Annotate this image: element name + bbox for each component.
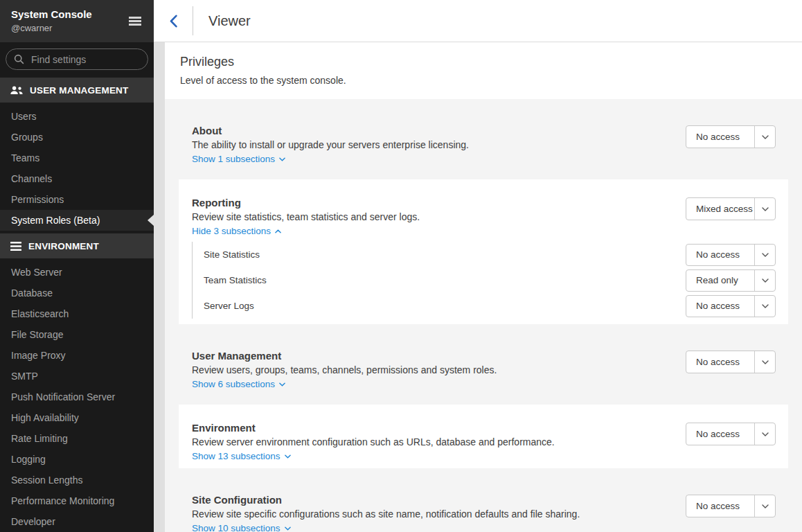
sidebar-header: System Console @cwarner [0,0,154,42]
search-container [0,42,154,78]
section-title: Environment [192,421,555,434]
privileges-intro: Privileges Level of access to the system… [165,42,802,99]
menu-icon[interactable] [129,17,141,26]
section-title: User Management [192,349,497,362]
sidebar-items-user-management: Users Groups Teams Channels Permissions … [0,103,154,233]
chevron-down-icon [754,198,775,220]
chevron-down-icon [754,245,775,265]
access-dropdown[interactable]: No access [686,351,776,373]
section-heading: Privileges [180,53,787,70]
access-value: No access [686,495,754,517]
app-title: System Console [11,8,143,21]
privileges-card: Privileges Level of access to the system… [165,42,802,532]
sidebar-section-user-management: USER MANAGEMENT [0,78,154,103]
sidebar-item-image-proxy[interactable]: Image Proxy [0,345,154,366]
environment-icon [10,242,21,251]
access-value: Read only [686,270,754,291]
sidebar-item-channels[interactable]: Channels [0,168,154,189]
subsection-row-server-logs: Server Logs No access [193,293,776,319]
subsections-toggle[interactable]: Hide 3 subsections [192,225,281,238]
chevron-down-icon [754,270,775,291]
sidebar-item-push-notification-server[interactable]: Push Notification Server [0,387,154,407]
main-body: Privileges Level of access to the system… [154,42,802,532]
subsections-toggle[interactable]: Show 1 subsections [192,153,285,166]
chevron-down-icon [754,296,775,317]
access-dropdown[interactable]: Read only [686,269,776,292]
sidebar-item-performance-monitoring[interactable]: Performance Monitoring [0,490,154,511]
chevron-down-icon [754,351,775,373]
chevron-down-icon [285,454,291,459]
sidebar-section-label: USER MANAGEMENT [30,85,129,96]
access-dropdown[interactable]: No access [686,295,776,317]
page-header: Viewer [154,0,802,42]
section-description: Review server environment configuration … [192,436,555,449]
privileges-rows: About The ability to install or upgrade … [165,99,802,532]
sidebar-item-permissions[interactable]: Permissions [0,189,154,210]
privilege-section-reporting: Reporting Review site statistics, team s… [179,179,788,324]
sidebar-item-web-server[interactable]: Web Server [0,262,154,283]
access-value: No access [686,126,754,148]
chevron-down-icon [754,423,775,445]
subsection-row-site-statistics: Site Statistics No access [193,242,776,267]
chevron-left-icon [170,15,177,28]
access-dropdown[interactable]: No access [686,423,776,445]
section-title: Reporting [192,196,420,209]
access-dropdown[interactable]: No access [686,495,776,517]
chevron-down-icon [754,495,775,517]
subsection-row-team-statistics: Team Statistics Read only [193,267,776,293]
page-title: Viewer [208,13,251,29]
sidebar-item-teams[interactable]: Teams [0,148,154,168]
toggle-label: Show 6 subsections [192,378,275,391]
section-description: Review users, groups, teams, channels, p… [192,364,497,377]
chevron-down-icon [285,526,291,531]
sidebar-item-logging[interactable]: Logging [0,449,154,470]
chevron-up-icon [275,229,281,233]
current-user: @cwarner [11,22,143,35]
sidebar-item-users[interactable]: Users [0,106,154,127]
sidebar-item-groups[interactable]: Groups [0,127,154,148]
sidebar-item-rate-limiting[interactable]: Rate Limiting [0,428,154,449]
sidebar-item-smtp[interactable]: SMTP [0,366,154,387]
subsections-toggle[interactable]: Show 10 subsections [192,522,291,532]
sidebar-item-system-roles[interactable]: System Roles (Beta) [0,210,154,231]
sidebar-item-session-lengths[interactable]: Session Lengths [0,470,154,490]
user-management-icon [10,86,23,95]
back-button[interactable] [154,0,193,42]
sidebar-items-environment: Web Server Database Elasticsearch File S… [0,258,154,532]
chevron-down-icon [754,126,775,148]
sidebar-item-elasticsearch[interactable]: Elasticsearch [0,303,154,324]
subsection-label: Team Statistics [204,275,267,285]
access-value: No access [686,245,754,265]
search-icon [14,54,24,64]
toggle-label: Show 13 subsections [192,450,280,463]
chevron-down-icon [279,157,285,161]
access-value: No access [686,296,754,317]
privilege-section-environment: Environment Review server environment co… [179,405,788,468]
section-description: Review site statistics, team statistics … [192,211,420,224]
subsections-toggle[interactable]: Show 13 subsections [192,450,291,463]
privilege-section-site-configuration: Site Configuration Review site specific … [179,477,788,532]
sidebar-item-developer[interactable]: Developer [0,511,154,532]
search-input[interactable] [6,48,148,70]
toggle-label: Show 1 subsections [192,153,275,166]
toggle-label: Show 10 subsections [192,522,280,532]
subsection-label: Server Logs [204,301,254,311]
access-dropdown[interactable]: No access [686,125,776,148]
active-item-caret [148,215,154,226]
sidebar: System Console @cwarner USER MANAGEMENT … [0,0,154,532]
access-dropdown[interactable]: Mixed access [686,197,776,220]
subsections-toggle[interactable]: Show 6 subsections [192,378,285,391]
access-value: No access [686,423,754,445]
sidebar-item-high-availability[interactable]: High Availability [0,407,154,428]
sidebar-item-file-storage[interactable]: File Storage [0,324,154,345]
subsections-list: Site Statistics No access Team Statistic… [192,242,776,319]
sidebar-item-database[interactable]: Database [0,283,154,303]
access-value: No access [686,351,754,373]
subsection-label: Site Statistics [204,249,260,260]
section-title: Site Configuration [192,493,580,506]
access-dropdown[interactable]: No access [686,244,776,266]
section-description: The ability to install or upgrade your s… [192,139,469,152]
sidebar-section-label: ENVIRONMENT [28,241,99,251]
privilege-section-about: About The ability to install or upgrade … [179,107,788,171]
toggle-label: Hide 3 subsections [192,225,271,238]
